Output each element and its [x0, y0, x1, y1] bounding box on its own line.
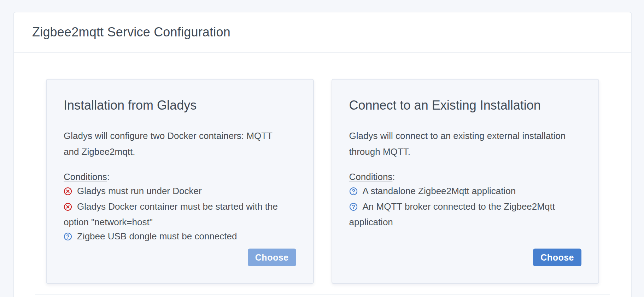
- condition-text: A standalone Zigbee2Mqtt application: [363, 186, 516, 196]
- option-title: Installation from Gladys: [64, 98, 296, 112]
- conditions-heading: Conditions:: [64, 170, 296, 184]
- condition-item: An MQTT broker connected to the Zigbee2M…: [349, 199, 582, 229]
- divider: [35, 294, 610, 295]
- button-row: Choose: [349, 249, 582, 266]
- button-row: Choose: [64, 249, 296, 266]
- condition-item: Zigbee USB dongle must be connected: [64, 229, 296, 245]
- service-configuration-card: Zigbee2mqtt Service Configuration Instal…: [13, 12, 632, 297]
- installation-from-gladys-card: Installation from Gladys Gladys will con…: [46, 79, 314, 284]
- options-row: Installation from Gladys Gladys will con…: [46, 79, 599, 284]
- condition-text: Gladys Docker container must be started …: [64, 201, 278, 227]
- option-description: Gladys will configure two Docker contain…: [64, 128, 290, 160]
- condition-item: Gladys must run under Docker: [64, 184, 296, 199]
- existing-installation-card: Connect to an Existing Installation Glad…: [332, 79, 599, 284]
- conditions-label: Conditions: [64, 171, 107, 182]
- condition-item: Gladys Docker container must be started …: [64, 199, 296, 229]
- conditions-label: Conditions: [349, 171, 393, 182]
- x-circle-icon: [64, 185, 72, 199]
- choose-gladys-installation-button[interactable]: Choose: [248, 249, 296, 266]
- page-title: Zigbee2mqtt Service Configuration: [32, 25, 230, 40]
- conditions-colon: :: [392, 171, 395, 182]
- help-circle-icon: [349, 185, 358, 199]
- x-circle-icon: [64, 201, 72, 215]
- help-circle-icon: [349, 201, 358, 215]
- condition-text: Zigbee USB dongle must be connected: [77, 231, 237, 241]
- card-header: Zigbee2mqtt Service Configuration: [14, 12, 631, 53]
- condition-text: Gladys must run under Docker: [77, 186, 202, 196]
- help-circle-icon: [64, 231, 72, 245]
- card-body: Installation from Gladys Gladys will con…: [14, 53, 631, 295]
- option-description: Gladys will connect to an existing exter…: [349, 128, 575, 160]
- choose-existing-installation-button[interactable]: Choose: [533, 249, 581, 266]
- option-title: Connect to an Existing Installation: [349, 98, 582, 112]
- conditions-heading: Conditions:: [349, 170, 582, 184]
- conditions-colon: :: [107, 171, 110, 182]
- condition-text: An MQTT broker connected to the Zigbee2M…: [349, 201, 555, 227]
- condition-item: A standalone Zigbee2Mqtt application: [349, 184, 582, 199]
